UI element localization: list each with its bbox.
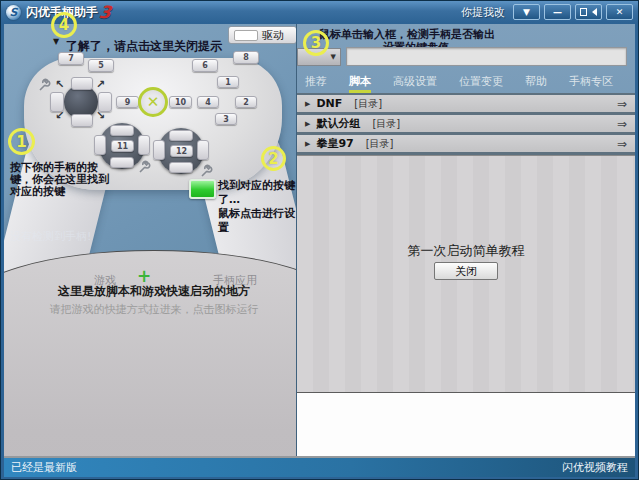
minimize-icon: — [553,7,562,17]
script-row-dnf[interactable]: ▶ DNF [目录] ⇒ [297,95,635,112]
detect-section: 鼠标单击输入框，检测手柄是否输出 设置的键盘值 ▼ [297,24,635,70]
expand-caret-icon[interactable]: ▶ [305,100,310,108]
empty-content-area [297,392,635,456]
gamepad-panel: ▼ 了解了，请点击这里关闭提示 驱动 7 5 6 8 1 9 10 4 2 3 [4,24,297,456]
tab-position-change[interactable]: 位置变更 [459,74,503,93]
app-window: S 闪优手柄助手 3 你提我改 ▼ — ✕ ▼ 了解了，请点击这里关闭提示 驱动… [0,0,639,480]
settings-panel: 鼠标单击输入框，检测手柄是否输出 设置的键盘值 ▼ 推荐 脚本 高级设置 位置变… [297,24,635,456]
tab-gamepad-zone[interactable]: 手柄专区 [569,74,613,93]
script-list: ▶ DNF [目录] ⇒ ▶ 默认分组 [目录] ⇒ ▶ 拳皇97 [目录] ⇒ [297,93,635,155]
gamepad-button-4[interactable]: 4 [197,96,219,108]
expand-caret-icon[interactable]: ▶ [305,120,310,128]
step3-badge: 3 [303,30,329,56]
dpad-up-button[interactable] [71,77,93,90]
video-tutorial-link[interactable]: 闪优视频教程 [562,460,628,475]
tab-help[interactable]: 帮助 [525,74,547,93]
right-stick-up-key[interactable] [169,130,193,141]
right-stick-down-key[interactable] [169,162,193,173]
script-row-kof97[interactable]: ▶ 拳皇97 [目录] ⇒ [297,135,635,152]
gamepad-button-2[interactable]: 2 [235,96,257,108]
status-bar: 已经是最新版 闪优视频教程 [4,456,635,477]
tab-bar: 推荐 脚本 高级设置 位置变更 帮助 手柄专区 [297,70,635,93]
minimize-button[interactable]: — [544,4,571,20]
no-gamepad-status: 没有检测到手柄! [10,229,91,244]
right-stick-right-key[interactable] [197,140,209,160]
gamepad-button-11[interactable]: 11 [111,140,134,152]
script-actions-icon[interactable]: ⇒ [617,117,627,131]
feedback-link[interactable]: 你提我改 [461,5,505,20]
step1-note: 按下你的手柄的按 键，你会在这里找到 对应的按键 [10,162,114,198]
gamepad-button-3[interactable]: 3 [215,113,237,125]
gamepad-button-5[interactable]: 5 [88,59,114,72]
titlebar-menu-button[interactable]: ▼ [513,4,540,20]
dpad-down-button[interactable] [71,114,93,127]
dpad-arrow-sw-icon: ↙ [55,109,64,122]
hide-to-tray-icon [580,8,587,16]
quick-launch-dock: 游戏 + 手柄应用 这里是放脚本和游戏快速启动的地方 请把游戏的快捷方式拉进来，… [4,248,297,456]
step2-note: 找到对应的按键了… 鼠标点击进行设置 [218,179,297,235]
version-3-logo: 3 [98,2,113,22]
right-stick-left-key[interactable] [153,140,165,160]
tutorial-title: 第一次启动简单教程 [297,242,635,260]
chevron-down-icon: ▼ [331,53,336,61]
wrench-icon[interactable] [138,160,151,174]
gamepad-button-12[interactable]: 12 [170,145,193,157]
driver-indicator-box [234,30,258,41]
gamepad-button-1[interactable]: 1 [217,76,239,88]
step1-badge: 1 [8,128,35,155]
close-icon: ✕ [616,7,624,17]
gamepad-button-9[interactable]: 9 [116,96,139,108]
driver-button[interactable]: 驱动 [228,26,297,44]
update-status-text: 已经是最新版 [11,460,77,475]
hide-to-tray-button[interactable] [575,4,602,20]
left-stick-right-key[interactable] [138,135,150,155]
dpad-arrow-ne-icon: ↗ [96,78,105,91]
panel-collapse-arrow[interactable]: ▼ [53,37,59,46]
wrench-icon[interactable] [38,78,51,92]
gamepad-button-10[interactable]: 10 [169,96,192,108]
tab-recommended[interactable]: 推荐 [305,74,327,93]
wrench-icon[interactable] [200,164,213,178]
app-logo-icon: S [6,5,21,20]
dock-hint-bold: 这里是放脚本和游戏快速启动的地方 [4,283,297,300]
first-launch-tutorial-panel: 第一次启动简单教程 关闭 [297,155,635,392]
tab-advanced-settings[interactable]: 高级设置 [393,74,437,93]
step4-badge: 4 [51,12,77,38]
dock-hint-gray: 请把游戏的快捷方式拉进来，点击图标运行 [4,302,297,317]
expand-caret-icon[interactable]: ▶ [305,140,310,148]
left-stick-up-key[interactable] [110,125,134,136]
tutorial-close-button[interactable]: 关闭 [434,262,498,280]
title-bar: S 闪优手柄助手 3 你提我改 ▼ — ✕ [1,1,638,23]
script-row-default-group[interactable]: ▶ 默认分组 [目录] ⇒ [297,115,635,132]
detected-key-indicator[interactable] [189,179,216,199]
detect-input[interactable] [346,47,627,66]
guide-logo-icon: ✕ [138,87,168,117]
gamepad-button-8[interactable]: 8 [233,51,259,64]
tab-scripts[interactable]: 脚本 [349,74,371,93]
script-actions-icon[interactable]: ⇒ [617,97,627,111]
dpad-arrow-nw-icon: ↖ [55,78,64,91]
gamepad-button-7[interactable]: 7 [58,52,84,65]
dpad-arrow-se-icon: ↘ [96,109,105,122]
chevron-down-icon: ▼ [523,7,530,17]
gamepad-button-6[interactable]: 6 [192,59,218,72]
left-stick-left-key[interactable] [94,135,106,155]
close-button[interactable]: ✕ [606,4,633,20]
script-actions-icon[interactable]: ⇒ [617,137,627,151]
step2-badge: 2 [261,146,286,171]
